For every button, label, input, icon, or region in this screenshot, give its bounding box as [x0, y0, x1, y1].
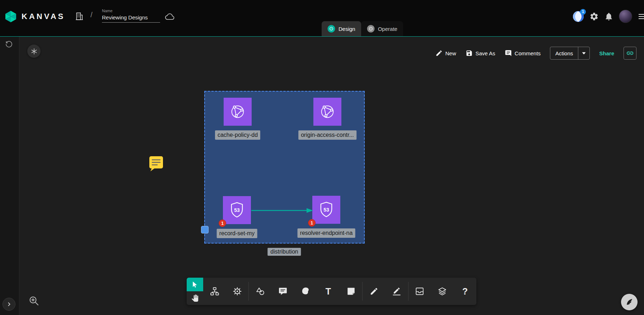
layers-icon: [438, 287, 447, 296]
quill-icon: [625, 297, 634, 307]
history-button[interactable]: [5, 40, 13, 49]
header-right-cluster: 1: [573, 10, 644, 23]
group-label-distribution: distribution: [267, 248, 301, 256]
comments-label: Comments: [515, 50, 541, 56]
widgets-button[interactable]: [27, 45, 41, 58]
node-cache-policy[interactable]: cache-policy-dd: [224, 98, 252, 126]
design-name-input[interactable]: [102, 14, 160, 23]
kanvas-logo[interactable]: KANVAS: [4, 10, 65, 23]
shapes-tool[interactable]: [249, 278, 271, 305]
bell-icon: [604, 12, 613, 21]
select-tool[interactable]: [187, 278, 203, 291]
share-button[interactable]: Share: [599, 50, 614, 56]
comment-bubble-icon: [278, 287, 288, 296]
selection-group-distribution[interactable]: cache-policy-dd origin-access-contr...: [204, 91, 365, 244]
gear-icon: [589, 12, 599, 21]
tool-dock: T: [187, 278, 476, 305]
actions-label: Actions: [550, 47, 578, 59]
comment-marker[interactable]: [149, 156, 164, 173]
floppy-icon: [466, 50, 473, 57]
left-rail: [0, 37, 19, 315]
origin-access-control-icon: [313, 98, 341, 126]
globe-network-icon: [318, 102, 337, 121]
logo-wordmark: KANVAS: [22, 12, 65, 21]
shapes-icon: [256, 287, 265, 296]
comment-note-icon: [149, 156, 164, 172]
user-avatar[interactable]: [619, 10, 632, 23]
notifications-button[interactable]: [604, 12, 613, 21]
expand-rail-button[interactable]: [3, 298, 15, 311]
route53-resolver-endpoint-icon: 53: [312, 196, 340, 224]
canvas-toolbar: New Save As Comments Actions Share: [435, 47, 637, 60]
save-as-button[interactable]: Save As: [466, 50, 495, 57]
edge-record-set-to-resolver[interactable]: [250, 206, 314, 215]
breadcrumb-separator: /: [90, 11, 93, 19]
node-label: origin-access-contr...: [298, 130, 356, 140]
tab-design-label: Design: [339, 26, 355, 32]
node-record-set[interactable]: 53 1 record-set-my: [223, 196, 251, 224]
blob-shape-icon: [301, 287, 310, 296]
kanvas-logo-icon: [4, 10, 17, 23]
flower-asterisk-icon: [31, 48, 38, 55]
layers-tool[interactable]: [431, 278, 454, 305]
magnifier-plus-icon: [28, 295, 39, 306]
comment-tool[interactable]: [272, 278, 294, 305]
chevron-down-icon: [582, 52, 586, 55]
mode-tabs: Design Operate: [322, 21, 403, 36]
actions-dropdown[interactable]: Actions: [550, 47, 590, 60]
route53-shield-icon: 53: [317, 200, 336, 219]
copy-link-button[interactable]: [624, 47, 636, 60]
pencil-icon: [369, 287, 379, 296]
provider-count-badge: 1: [580, 9, 586, 15]
edit-tool[interactable]: [363, 278, 385, 305]
actions-caret-button[interactable]: [578, 47, 589, 59]
kanvas-app: KANVAS / Name: [0, 0, 644, 315]
text-tool-glyph: T: [326, 286, 331, 297]
operate-mode-icon: [367, 25, 375, 33]
new-label: New: [445, 50, 456, 56]
shield-number: 53: [234, 207, 240, 213]
kubernetes-tool[interactable]: [226, 278, 248, 305]
flowchart-tool[interactable]: [203, 278, 226, 305]
group-handle[interactable]: [201, 226, 209, 233]
note-tool[interactable]: [340, 278, 362, 305]
drawer-tool[interactable]: [409, 278, 431, 305]
comments-button[interactable]: Comments: [505, 50, 541, 57]
comment-icon: [505, 50, 512, 57]
top-bar: KANVAS / Name: [0, 0, 644, 37]
shield-number: 53: [323, 207, 329, 213]
name-field-label: Name: [102, 9, 160, 13]
draw-tool[interactable]: [385, 278, 408, 305]
settings-button[interactable]: [589, 12, 599, 21]
tab-design[interactable]: Design: [322, 21, 361, 36]
node-origin-access-control[interactable]: origin-access-contr...: [313, 98, 341, 126]
helm-wheel-icon: [233, 287, 242, 296]
error-count-badge: 1: [308, 219, 316, 227]
link-icon: [626, 49, 634, 57]
help-glyph: ?: [462, 286, 468, 297]
text-tool[interactable]: T: [317, 278, 340, 305]
sticker-tool[interactable]: [294, 278, 317, 305]
hamburger-icon: [638, 12, 644, 21]
cursor-icon: [191, 281, 199, 288]
building-icon: [75, 11, 84, 21]
pencil-icon: [435, 50, 443, 57]
assistant-button[interactable]: [621, 294, 638, 310]
error-count-badge: 1: [219, 219, 226, 227]
zoom-button[interactable]: [28, 295, 39, 307]
new-design-button[interactable]: New: [435, 50, 456, 57]
organization-button[interactable]: [75, 11, 84, 21]
note-icon: [346, 287, 356, 296]
route53-record-set-icon: 53: [223, 196, 251, 224]
header-menu-button[interactable]: [638, 12, 644, 21]
design-name-field: Name: [102, 9, 160, 23]
hand-icon: [191, 295, 199, 302]
tab-operate[interactable]: Operate: [361, 21, 403, 36]
save-as-label: Save As: [476, 50, 495, 56]
help-tool[interactable]: ?: [454, 278, 476, 305]
node-resolver-endpoint[interactable]: 53 1 resolver-endpoint-na: [312, 196, 340, 224]
save-status-cloud-button[interactable]: [164, 11, 175, 22]
provider-avatar[interactable]: 1: [573, 11, 584, 22]
pan-tool[interactable]: [187, 291, 203, 305]
globe-network-icon: [228, 102, 247, 121]
